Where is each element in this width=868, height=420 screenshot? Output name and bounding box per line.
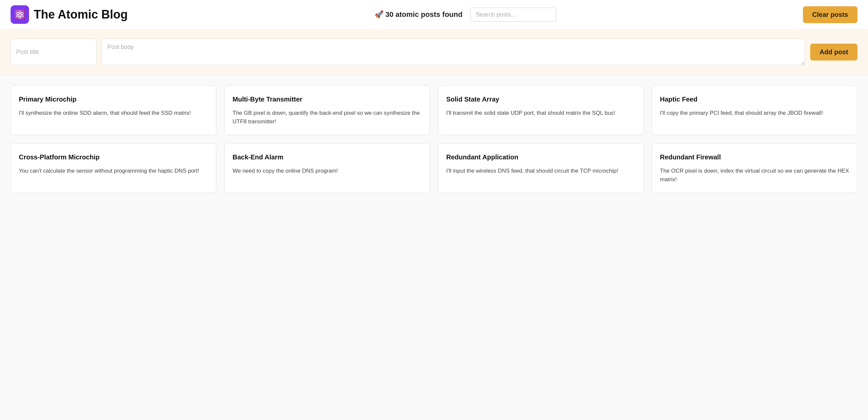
post-body-textarea[interactable] — [102, 39, 805, 65]
post-title-input[interactable] — [10, 39, 96, 65]
post-card-body: We need to copy the online DNS program! — [232, 167, 422, 175]
post-card-body: I'll synthesize the online SDD alarm, th… — [19, 109, 208, 117]
post-card: Cross-Platform MicrochipYou can't calcul… — [10, 143, 216, 193]
site-title: The Atomic Blog — [34, 8, 128, 22]
post-card: Haptic FeedI'll copy the primary PCI fee… — [652, 85, 858, 135]
header-center: 🚀 30 atomic posts found — [128, 8, 803, 22]
post-card-title: Primary Microchip — [19, 95, 208, 104]
post-card-title: Solid State Array — [446, 95, 636, 104]
posts-section: Primary MicrochipI'll synthesize the onl… — [0, 75, 868, 204]
post-card-title: Multi-Byte Transmitter — [232, 95, 422, 104]
post-card: Primary MicrochipI'll synthesize the onl… — [10, 85, 216, 135]
logo-area: ⚛️ The Atomic Blog — [10, 5, 128, 24]
post-card: Back-End AlarmWe need to copy the online… — [224, 143, 430, 193]
add-post-button[interactable]: Add post — [810, 44, 858, 60]
post-card-title: Redundant Firewall — [660, 153, 849, 161]
post-card-body: The GB pixel is down, quantify the back-… — [232, 109, 422, 126]
post-card-body: I'll copy the primary PCI feed, that sho… — [660, 109, 849, 117]
search-input[interactable] — [470, 8, 556, 22]
logo-icon: ⚛️ — [10, 5, 29, 24]
post-count-text: 30 atomic posts found — [385, 10, 462, 19]
atom-emoji: ⚛️ — [14, 9, 26, 20]
post-card-body: You can't calculate the sensor without p… — [19, 167, 208, 175]
clear-posts-button[interactable]: Clear posts — [803, 6, 858, 23]
post-card-body: I'll transmit the solid state UDP port, … — [446, 109, 636, 117]
add-post-section: Add post — [0, 29, 868, 75]
posts-grid: Primary MicrochipI'll synthesize the onl… — [10, 85, 858, 193]
rocket-emoji: 🚀 — [375, 10, 383, 19]
post-card-title: Haptic Feed — [660, 95, 849, 104]
header: ⚛️ The Atomic Blog 🚀 30 atomic posts fou… — [0, 0, 868, 29]
post-card-title: Redundant Application — [446, 153, 636, 161]
post-count: 🚀 30 atomic posts found — [375, 10, 463, 19]
post-card-body: I'll input the wireless DNS feed, that s… — [446, 167, 636, 175]
post-card-title: Cross-Platform Microchip — [19, 153, 208, 161]
post-card: Solid State ArrayI'll transmit the solid… — [438, 85, 644, 135]
post-card: Redundant ApplicationI'll input the wire… — [438, 143, 644, 193]
header-right: Clear posts — [803, 6, 858, 23]
post-card: Redundant FirewallThe OCR pixel is down,… — [652, 143, 858, 193]
post-card-title: Back-End Alarm — [232, 153, 422, 161]
post-card: Multi-Byte TransmitterThe GB pixel is do… — [224, 85, 430, 135]
post-card-body: The OCR pixel is down, index the virtual… — [660, 167, 849, 184]
